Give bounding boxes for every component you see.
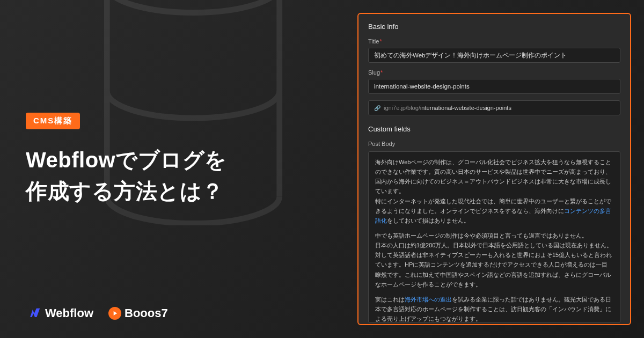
cms-editor-panel: Basic info Title* Slug* 🔗 igni7e.jp/blog… xyxy=(357,13,631,325)
svg-point-0 xyxy=(107,0,279,13)
custom-fields-heading: Custom fields xyxy=(368,125,620,133)
basic-info-heading: Basic info xyxy=(368,23,620,31)
headline: Webflowでブログを 作成する方法とは？ xyxy=(26,144,227,207)
title-label: Title* xyxy=(368,38,620,45)
url-preview: 🔗 igni7e.jp/blog/international-website-d… xyxy=(368,100,620,115)
booos-icon xyxy=(108,307,121,320)
headline-line1: Webflowでブログを xyxy=(26,144,227,175)
content-link[interactable]: 海外市場への進出 xyxy=(405,296,452,303)
headline-line2: 作成する方法とは？ xyxy=(26,175,227,207)
post-body-label: Post Body xyxy=(368,141,620,147)
title-input[interactable] xyxy=(368,48,620,63)
slug-input[interactable] xyxy=(368,79,620,94)
booos-text: Booos7 xyxy=(125,306,168,320)
post-body-editor[interactable]: 海外向けWebページの制作は、グローバル化社会でビジネス拡大を狙うなら無視するこ… xyxy=(368,151,620,323)
webflow-icon xyxy=(26,306,41,321)
slug-label: Slug* xyxy=(368,69,620,76)
category-tag: CMS構築 xyxy=(26,113,80,129)
booos-logo: Booos7 xyxy=(108,306,168,320)
link-icon: 🔗 xyxy=(374,105,380,111)
webflow-text: Webflow xyxy=(45,306,93,320)
hero-content: CMS構築 Webflowでブログを 作成する方法とは？ xyxy=(26,113,227,207)
webflow-logo: Webflow xyxy=(26,306,93,321)
logo-row: Webflow Booos7 xyxy=(26,306,168,321)
